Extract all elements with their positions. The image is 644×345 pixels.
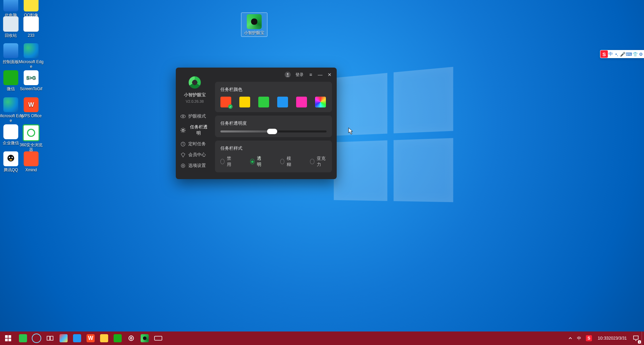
taskbar-cortana[interactable]: [30, 331, 43, 345]
app-version: V2.0.26.38: [176, 99, 214, 103]
radio-disable[interactable]: 禁用: [220, 155, 233, 168]
card-title: 任务栏颜色: [220, 87, 327, 93]
opacity-slider-track[interactable]: [220, 130, 327, 132]
svg-point-5: [183, 116, 184, 117]
svg-point-16: [181, 164, 185, 168]
svg-line-11: [181, 128, 182, 129]
clock-icon: [181, 142, 186, 147]
tray-time: 10:33: [598, 336, 609, 341]
tray-date: 2023/3/31: [609, 336, 627, 341]
nav-label: 会员中心: [188, 152, 206, 158]
svg-line-13: [181, 131, 182, 132]
svg-point-4: [181, 115, 186, 118]
app-main: 登录 ≡ — ✕ 任务栏颜色 ✓ 任务栏透明度: [214, 68, 337, 179]
tray-action-center[interactable]: 1: [630, 331, 642, 345]
desktop-icon-wps[interactable]: WWPS Office: [18, 97, 44, 118]
card-title: 任务栏样式: [220, 145, 327, 151]
svg-rect-23: [47, 336, 50, 340]
svg-point-6: [182, 129, 184, 131]
opacity-slider-thumb[interactable]: [267, 129, 277, 134]
taskbar-wechat[interactable]: [111, 331, 124, 345]
taskbar-explorer[interactable]: [97, 331, 111, 345]
taskbar: W 中 S 10:33 2023/3/31 1: [0, 331, 644, 345]
radio-transparent[interactable]: 透明: [250, 155, 263, 168]
svg-point-26: [130, 338, 132, 339]
app-brand-icon: [189, 76, 201, 89]
color-swatch-green[interactable]: [258, 97, 269, 107]
show-desktop-button[interactable]: [642, 331, 644, 345]
svg-point-1: [9, 157, 10, 158]
close-button[interactable]: ✕: [327, 72, 332, 77]
svg-point-2: [11, 157, 13, 158]
taskbar-wps[interactable]: W: [84, 331, 97, 345]
nav-scheduled-tasks[interactable]: 定时任务: [176, 139, 214, 149]
app-titlebar: 登录 ≡ — ✕: [285, 72, 332, 78]
card-taskbar-color: 任务栏颜色 ✓: [215, 82, 332, 112]
ime-lang-cell[interactable]: 中: [608, 51, 614, 57]
ime-skin-cell[interactable]: 👕: [632, 52, 638, 57]
desktop-icon-qqimage[interactable]: QQ影像: [18, 0, 44, 18]
nav-label: 选项设置: [188, 163, 206, 169]
color-swatch-custom[interactable]: [315, 97, 326, 107]
taskbar-keyboard[interactable]: [151, 331, 165, 345]
eye-icon: [181, 114, 186, 119]
tray-chevron-up[interactable]: [566, 331, 575, 345]
start-button[interactable]: [0, 331, 16, 345]
nav-options[interactable]: 选项设置: [176, 160, 214, 171]
nav-vip-center[interactable]: 会员中心: [176, 149, 214, 160]
desktop-icon-360browser[interactable]: 360安全浏览器: [18, 124, 44, 152]
card-taskbar-opacity: 任务栏透明度: [215, 116, 332, 137]
user-avatar-icon[interactable]: [285, 72, 291, 78]
tray-clock[interactable]: 10:33 2023/3/31: [594, 331, 630, 345]
tray-sogou-icon[interactable]: S: [583, 331, 594, 345]
svg-rect-22: [8, 339, 11, 341]
desktop-icon-xmind[interactable]: Xmind: [18, 151, 44, 172]
ime-voice-cell[interactable]: 🎤: [620, 52, 626, 57]
taskbar-settings[interactable]: [124, 331, 138, 345]
taskbar-eyecare[interactable]: [138, 331, 151, 345]
taskbar-360browser[interactable]: [16, 331, 30, 345]
nav-label: 任务栏透明: [188, 124, 209, 136]
desktop-icon-eyecare-selected[interactable]: 小智护眼宝: [241, 13, 267, 36]
svg-point-17: [183, 165, 184, 166]
menu-icon[interactable]: ≡: [308, 72, 313, 77]
eyecare-app-window: 小智护眼宝 V2.0.26.38 护眼模式 任务栏透明 定时任务 会员中心 选项…: [176, 68, 337, 179]
minimize-button[interactable]: —: [318, 72, 323, 77]
check-icon: ✓: [228, 104, 233, 109]
ime-settings-cell[interactable]: ⚙: [638, 52, 644, 57]
desktop-icon-233txt[interactable]: 233: [18, 16, 44, 38]
color-swatch-blue[interactable]: [277, 97, 288, 107]
nav-eyecare-mode[interactable]: 护眼模式: [176, 111, 214, 122]
color-swatch-yellow[interactable]: [239, 97, 250, 107]
color-swatch-orange[interactable]: ✓: [220, 97, 231, 107]
system-tray: 中 S 10:33 2023/3/31 1: [566, 331, 644, 345]
ime-floating-bar[interactable]: S 中 •, 🎤 ⌨ 👕 ⚙: [600, 50, 644, 58]
taskbar-paint[interactable]: [57, 331, 70, 345]
card-title: 任务栏透明度: [220, 120, 327, 126]
radio-blur[interactable]: 模糊: [280, 155, 293, 168]
mouse-cursor-icon: [345, 128, 354, 135]
ime-softkb-cell[interactable]: ⌨: [626, 52, 632, 57]
svg-line-14: [185, 128, 185, 129]
svg-point-25: [129, 336, 134, 341]
svg-point-3: [9, 159, 12, 161]
app-sidebar: 小智护眼宝 V2.0.26.38 护眼模式 任务栏透明 定时任务 会员中心 选项…: [176, 68, 214, 179]
svg-line-12: [185, 131, 185, 132]
ime-punct-cell[interactable]: •,: [614, 52, 620, 57]
radio-acrylic[interactable]: 亚克力: [310, 155, 327, 168]
card-taskbar-style: 任务栏样式 禁用 透明 模糊 亚克力: [215, 141, 332, 172]
taskbar-app1[interactable]: [70, 331, 84, 345]
tray-ime-lang[interactable]: 中: [575, 331, 583, 345]
desktop-icon-screentogif[interactable]: S>GScreenToGif: [18, 70, 44, 91]
svg-rect-24: [50, 336, 53, 340]
svg-rect-20: [8, 335, 11, 338]
nav-label: 定时任务: [188, 141, 206, 147]
notification-badge: 1: [638, 340, 641, 344]
login-button[interactable]: 登录: [295, 72, 304, 78]
color-swatch-magenta[interactable]: [296, 97, 307, 107]
taskbar-taskview[interactable]: [43, 331, 57, 345]
gear-icon: [181, 163, 186, 168]
desktop-icon-edge1[interactable]: Microsoft Edge: [18, 43, 44, 69]
nav-taskbar-transparency[interactable]: 任务栏透明: [176, 122, 214, 139]
diamond-icon: [181, 152, 186, 157]
